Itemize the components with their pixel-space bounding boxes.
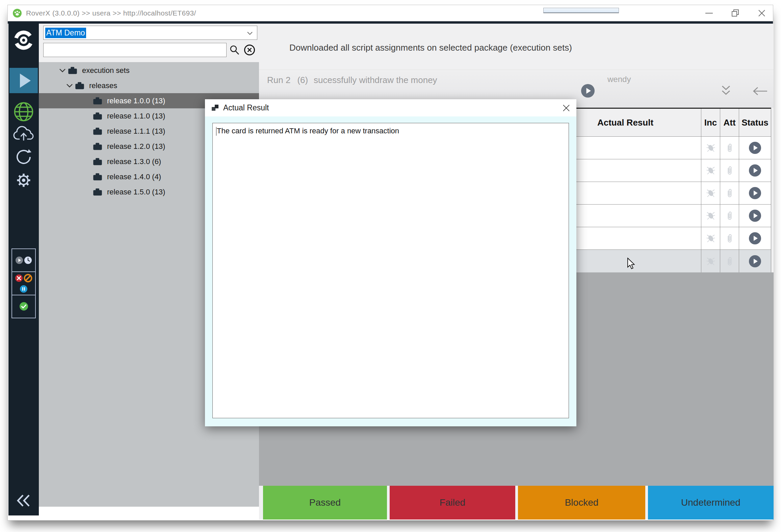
bug-icon xyxy=(706,188,715,198)
run-label: Run 2(6) xyxy=(267,75,308,85)
chevron-down-icon xyxy=(247,31,253,35)
status-button[interactable]: Undetermined xyxy=(648,486,774,520)
close-button[interactable] xyxy=(757,8,767,18)
search-icon xyxy=(229,45,240,55)
actual-result-textarea[interactable]: The card is returned ATM is ready for a … xyxy=(212,123,569,418)
expander-icon[interactable] xyxy=(66,83,73,88)
play-circle-icon xyxy=(749,187,761,200)
tree-item-label: release 1.4.0 (4) xyxy=(107,172,161,181)
clear-search-button[interactable] xyxy=(243,44,256,56)
play-icon xyxy=(20,74,31,88)
sidebar-item-refresh[interactable] xyxy=(8,149,39,165)
expander-icon[interactable] xyxy=(59,68,66,73)
search-input[interactable] xyxy=(43,43,227,57)
play-circle-icon xyxy=(749,164,761,177)
double-chevron-down-icon xyxy=(720,84,732,97)
attachment-cell[interactable] xyxy=(720,159,739,182)
play-circle-icon xyxy=(749,255,761,268)
status-cell xyxy=(739,227,771,249)
clock-icon xyxy=(24,256,32,264)
app-logo-icon xyxy=(12,8,22,18)
run-step-button[interactable] xyxy=(749,141,761,154)
attachment-cell[interactable] xyxy=(720,250,739,272)
package-icon xyxy=(75,82,84,90)
status-cell xyxy=(739,250,771,272)
package-icon xyxy=(93,142,102,151)
incident-cell[interactable] xyxy=(701,182,720,204)
status-button[interactable]: Failed xyxy=(390,486,515,520)
actual-result-dialog: Actual Result The card is returned ATM i… xyxy=(205,99,576,426)
incident-cell[interactable] xyxy=(701,227,720,249)
minimize-button[interactable] xyxy=(704,8,714,18)
incident-cell[interactable] xyxy=(701,137,720,159)
package-icon xyxy=(93,127,102,135)
incident-cell[interactable] xyxy=(701,159,720,182)
incident-cell[interactable] xyxy=(701,205,720,227)
titlebar: RoverX (3.0.0.0) >> usera >> http://loca… xyxy=(8,5,773,21)
status-legend xyxy=(11,248,36,318)
legend-failed-group[interactable] xyxy=(12,272,35,295)
dialog-titlebar[interactable]: Actual Result xyxy=(205,99,576,116)
close-icon xyxy=(561,103,571,113)
actual-result-text: The card is returned ATM is ready for a … xyxy=(217,127,399,135)
play-circle-icon xyxy=(749,232,761,245)
tree-item-label: release 1.5.0 (13) xyxy=(107,188,165,196)
run-play-button[interactable] xyxy=(581,84,595,98)
package-icon xyxy=(93,188,102,196)
sidebar-item-run[interactable] xyxy=(9,68,38,93)
run-step-button[interactable] xyxy=(749,255,761,268)
play-circle-icon xyxy=(581,84,595,98)
refresh-icon xyxy=(15,149,32,165)
column-header-att: Att xyxy=(720,109,739,136)
expand-all-button[interactable] xyxy=(720,84,732,97)
run-step-button[interactable] xyxy=(749,164,761,177)
collapse-sidebar-button[interactable] xyxy=(8,494,39,507)
check-icon xyxy=(19,302,28,311)
search-button[interactable] xyxy=(229,45,240,55)
tree-item[interactable]: releases xyxy=(39,78,259,93)
incident-cell[interactable] xyxy=(701,250,720,272)
status-cell xyxy=(739,159,771,182)
package-icon xyxy=(93,112,102,120)
paperclip-icon xyxy=(726,256,733,266)
run-step-button[interactable] xyxy=(749,187,761,200)
package-icon xyxy=(93,173,102,181)
sidebar-item-web[interactable] xyxy=(8,101,39,122)
status-cell xyxy=(739,182,771,204)
sidebar-item-settings[interactable] xyxy=(8,171,39,189)
dialog-close-button[interactable] xyxy=(561,103,572,113)
status-button[interactable]: Passed xyxy=(263,486,387,520)
sidebar-item-upload[interactable] xyxy=(8,125,39,142)
status-cell xyxy=(739,137,771,159)
column-header-status: Status xyxy=(739,109,771,136)
pause-icon xyxy=(20,285,28,293)
mouse-cursor xyxy=(627,258,637,270)
dialog-window-icon xyxy=(211,104,219,112)
paperclip-icon xyxy=(726,165,733,176)
package-icon xyxy=(68,66,77,75)
tree-item[interactable]: execution sets xyxy=(39,63,259,78)
bug-icon xyxy=(706,234,715,243)
tree-item-label: release 1.2.0 (13) xyxy=(107,142,165,151)
attachment-cell[interactable] xyxy=(720,182,739,204)
app-window: RoverX (3.0.0.0) >> usera >> http://loca… xyxy=(7,5,773,521)
titlebar-divider xyxy=(8,21,773,24)
attachment-cell[interactable] xyxy=(720,227,739,249)
attachment-cell[interactable] xyxy=(720,205,739,227)
back-button[interactable] xyxy=(752,86,768,96)
project-selector[interactable]: ATM Demo xyxy=(43,26,257,40)
package-icon xyxy=(93,97,102,105)
run-step-button[interactable] xyxy=(749,209,761,222)
play-circle-icon xyxy=(15,256,23,264)
legend-passed-group[interactable] xyxy=(12,295,35,318)
status-button[interactable]: Blocked xyxy=(518,486,645,520)
attachment-cell[interactable] xyxy=(720,137,739,159)
roverx-logo-icon xyxy=(8,29,39,51)
ban-icon xyxy=(24,274,32,283)
run-step-button[interactable] xyxy=(749,232,761,245)
legend-running-group[interactable] xyxy=(12,249,35,272)
paperclip-icon xyxy=(726,143,733,153)
sidebar xyxy=(8,21,39,515)
play-circle-icon xyxy=(749,141,761,154)
restore-button[interactable] xyxy=(730,8,740,18)
